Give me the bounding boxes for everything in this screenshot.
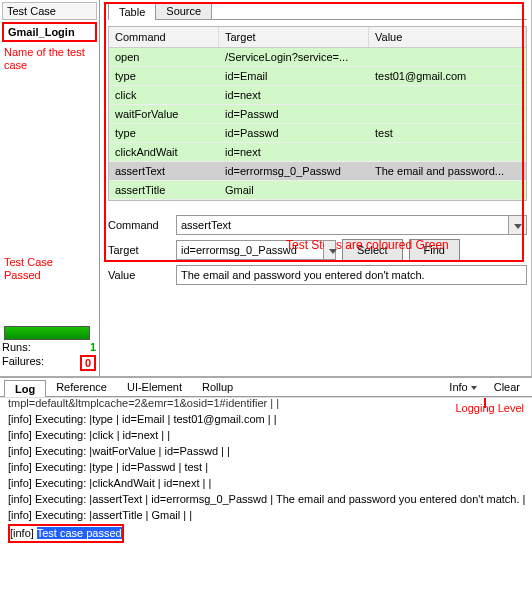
runs-label: Runs: — [2, 341, 31, 353]
annot-logging-level: Logging Level — [455, 402, 524, 415]
command-dropdown-arrow[interactable] — [509, 215, 527, 235]
log-line: [info] Executing: |assertTitle | Gmail |… — [8, 508, 524, 524]
target-dropdown-arrow[interactable] — [324, 240, 336, 260]
table-row[interactable]: open/ServiceLogin?service=... — [109, 48, 526, 67]
cell-command: waitForValue — [109, 105, 219, 123]
test-case-header: Test Case — [2, 2, 97, 20]
log-line: [info] Executing: |waitForValue | id=Pas… — [8, 444, 524, 460]
annot-tc-name: Name of the test case — [4, 46, 92, 72]
tab-log[interactable]: Log — [4, 380, 46, 397]
cell-command: type — [109, 124, 219, 142]
cell-target: id=Passwd — [219, 124, 369, 142]
cell-value — [369, 86, 526, 104]
log-line: [info] Executing: |clickAndWait | id=nex… — [8, 476, 524, 492]
log-body[interactable]: tmpl=default&ltmplcache=2&emr=1&osid=1#i… — [0, 397, 532, 598]
runs-value: 1 — [90, 341, 96, 353]
cell-target: id=next — [219, 143, 369, 161]
cell-value: The email and password... — [369, 162, 526, 180]
tab-reference[interactable]: Reference — [46, 379, 117, 395]
log-line: [info] Executing: |click | id=next | | — [8, 428, 524, 444]
cell-command: assertText — [109, 162, 219, 180]
col-target: Target — [219, 27, 369, 47]
table-row[interactable]: typeid=Passwdtest — [109, 124, 526, 143]
cell-command: clickAndWait — [109, 143, 219, 161]
progress-bar — [4, 326, 90, 340]
table-row[interactable]: assertTextid=errormsg_0_PasswdThe email … — [109, 162, 526, 181]
tab-rollup[interactable]: Rollup — [192, 379, 243, 395]
log-line: [info] Executing: |assertText | id=error… — [8, 492, 524, 508]
value-label: Value — [108, 269, 176, 281]
log-line: [info] Executing: |type | id=Passwd | te… — [8, 460, 524, 476]
cell-target: id=errormsg_0_Passwd — [219, 162, 369, 180]
log-pass-line: [info] Test case passed — [8, 524, 124, 544]
cell-target: id=Email — [219, 67, 369, 85]
command-label: Command — [108, 219, 176, 231]
cell-target: Gmail — [219, 181, 369, 199]
tab-table[interactable]: Table — [108, 3, 156, 20]
col-value: Value — [369, 27, 526, 47]
cell-command: type — [109, 67, 219, 85]
cell-command: click — [109, 86, 219, 104]
cell-target: id=Passwd — [219, 105, 369, 123]
log-line: tmpl=default&ltmplcache=2&emr=1&osid=1#i… — [8, 397, 524, 412]
annot-steps-green: Test Steps are coloured Green — [286, 238, 449, 252]
failures-value: 0 — [80, 355, 96, 371]
table-row[interactable]: assertTitleGmail — [109, 181, 526, 200]
cell-value — [369, 181, 526, 199]
steps-grid[interactable]: Command Target Value open/ServiceLogin?s… — [108, 26, 527, 201]
log-line: [info] Executing: |type | id=Email | tes… — [8, 412, 524, 428]
cell-command: assertTitle — [109, 181, 219, 199]
target-label: Target — [108, 244, 176, 256]
info-button[interactable]: Info — [440, 378, 485, 396]
cell-value — [369, 143, 526, 161]
failures-label: Failures: — [2, 355, 44, 371]
table-row[interactable]: waitForValueid=Passwd — [109, 105, 526, 124]
cell-target: /ServiceLogin?service=... — [219, 48, 369, 66]
annot-tc-passed: Test Case Passed — [4, 256, 76, 282]
table-row[interactable]: typeid=Emailtest01@gmail.com — [109, 67, 526, 86]
table-row[interactable]: clickAndWaitid=next — [109, 143, 526, 162]
cell-value: test01@gmail.com — [369, 67, 526, 85]
table-row[interactable]: clickid=next — [109, 86, 526, 105]
cell-target: id=next — [219, 86, 369, 104]
tab-uielement[interactable]: UI-Element — [117, 379, 192, 395]
cell-command: open — [109, 48, 219, 66]
cell-value: test — [369, 124, 526, 142]
tab-source[interactable]: Source — [155, 2, 212, 19]
clear-button[interactable]: Clear — [486, 379, 528, 395]
command-input[interactable] — [176, 215, 509, 235]
value-input[interactable] — [176, 265, 527, 285]
col-command: Command — [109, 27, 219, 47]
cell-value — [369, 48, 526, 66]
cell-value — [369, 105, 526, 123]
test-case-name[interactable]: Gmail_Login — [2, 22, 97, 42]
